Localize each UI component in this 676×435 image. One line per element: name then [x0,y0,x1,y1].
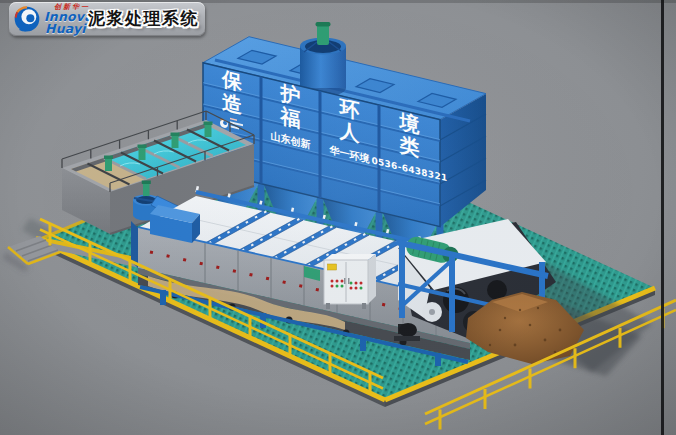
vignette [0,0,676,435]
huayi-swirl-logo-icon [13,5,41,33]
system-title: 泥浆处理系统 [88,7,199,30]
render-canvas: 保 造 护 福 山东创新 环 人 华一环境 境 类 0536-6438321 [0,0,676,435]
viewport-edge-line [661,0,664,435]
plant-3d-scene: 保 造 护 福 山东创新 环 人 华一环境 境 类 0536-6438321 [0,0,676,435]
